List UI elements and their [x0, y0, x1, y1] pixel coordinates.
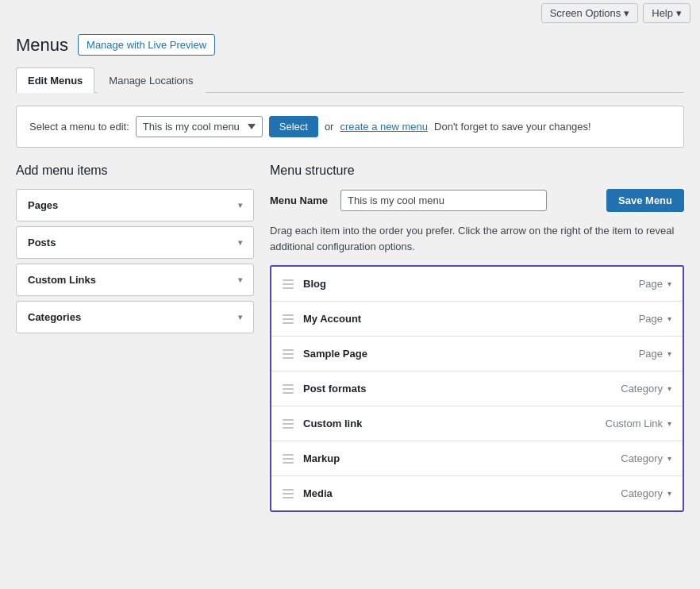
or-text: or: [325, 121, 334, 133]
page-title: Menus: [16, 35, 68, 56]
item-right: Category ▾: [621, 383, 671, 395]
menu-name-row: Menu Name Save Menu: [270, 189, 684, 212]
item-left: Blog: [283, 278, 326, 290]
drag-handle-icon: [283, 349, 294, 359]
menu-structure-title: Menu structure: [270, 164, 684, 178]
accordion-header-custom-links[interactable]: Custom Links ▾: [17, 264, 253, 295]
save-menu-button[interactable]: Save Menu: [606, 189, 684, 212]
tab-manage-locations[interactable]: Manage Locations: [97, 67, 205, 93]
main-content: Add menu items Pages ▾ Posts ▾ Custom Li…: [16, 164, 684, 512]
list-item[interactable]: My Account Page ▾: [271, 302, 683, 337]
menu-name-label: Menu Name: [270, 194, 328, 206]
item-right: Category ▾: [621, 487, 671, 499]
item-type: Category: [621, 383, 663, 395]
item-type: Category: [621, 452, 663, 464]
chevron-down-icon[interactable]: ▾: [667, 384, 671, 393]
menu-list: Blog Page ▾ My Account: [270, 265, 684, 512]
accordion-header-categories[interactable]: Categories ▾: [17, 302, 253, 333]
help-button[interactable]: Help ▾: [643, 3, 690, 23]
item-name: Markup: [303, 452, 340, 464]
item-right: Category ▾: [621, 452, 671, 464]
save-hint: Don't forget to save your changes!: [434, 121, 591, 133]
screen-options-button[interactable]: Screen Options ▾: [541, 3, 639, 23]
tab-edit-menus[interactable]: Edit Menus: [16, 67, 94, 93]
left-column: Add menu items Pages ▾ Posts ▾ Custom Li…: [16, 164, 254, 338]
drag-handle-icon: [283, 314, 294, 324]
drag-handle-icon: [283, 279, 294, 289]
accordion-header-posts[interactable]: Posts ▾: [17, 227, 253, 258]
chevron-down-icon: ▾: [676, 7, 682, 19]
select-button[interactable]: Select: [269, 116, 318, 137]
list-item[interactable]: Media Category ▾: [271, 476, 683, 510]
accordion-header-pages[interactable]: Pages ▾: [17, 190, 253, 221]
accordion-label-pages: Pages: [28, 199, 58, 211]
item-type: Page: [639, 313, 663, 325]
accordion-label-posts: Posts: [28, 237, 56, 248]
chevron-down-icon: ▾: [238, 313, 242, 321]
item-left: Media: [283, 487, 333, 499]
item-right: Page ▾: [639, 278, 671, 290]
item-name: Media: [303, 487, 333, 499]
item-name: My Account: [303, 313, 361, 325]
right-column: Menu structure Menu Name Save Menu Drag …: [270, 164, 684, 512]
add-menu-items-title: Add menu items: [16, 164, 254, 178]
accordion-categories: Categories ▾: [16, 301, 254, 333]
item-type: Page: [639, 348, 663, 360]
list-item[interactable]: Post formats Category ▾: [271, 371, 683, 406]
drag-hint: Drag each item into the order you prefer…: [270, 223, 684, 254]
item-left: Post formats: [283, 383, 366, 395]
accordion-custom-links: Custom Links ▾: [16, 264, 254, 296]
item-right: Custom Link ▾: [606, 418, 671, 429]
menu-select[interactable]: This is my cool menu: [136, 116, 263, 137]
accordion-pages: Pages ▾: [16, 189, 254, 221]
item-type: Custom Link: [606, 418, 663, 429]
item-left: My Account: [283, 313, 361, 325]
drag-handle-icon: [283, 489, 294, 499]
item-right: Page ▾: [639, 348, 671, 360]
item-left: Markup: [283, 452, 340, 464]
live-preview-button[interactable]: Manage with Live Preview: [78, 34, 215, 56]
item-name: Post formats: [303, 383, 366, 395]
drag-handle-icon: [283, 454, 294, 464]
drag-handle-icon: [283, 419, 294, 429]
menu-name-group: Menu Name: [270, 190, 547, 211]
create-new-menu-link[interactable]: create a new menu: [340, 121, 428, 133]
item-name: Custom link: [303, 418, 362, 429]
item-name: Sample Page: [303, 348, 367, 360]
chevron-down-icon: ▾: [238, 201, 242, 210]
list-item[interactable]: Blog Page ▾: [271, 267, 683, 302]
page-wrap: Menus Manage with Live Preview Edit Menu…: [0, 26, 700, 528]
chevron-down-icon: ▾: [238, 275, 242, 284]
list-item[interactable]: Sample Page Page ▾: [271, 337, 683, 371]
menu-name-input[interactable]: [340, 190, 547, 211]
chevron-down-icon[interactable]: ▾: [667, 454, 671, 463]
chevron-down-icon: ▾: [238, 238, 242, 247]
list-item[interactable]: Markup Category ▾: [271, 441, 683, 476]
accordion-label-categories: Categories: [28, 311, 81, 323]
accordion-label-custom-links: Custom Links: [28, 274, 96, 286]
tabs-bar: Edit Menus Manage Locations: [16, 67, 684, 93]
item-left: Custom link: [283, 418, 362, 429]
chevron-down-icon[interactable]: ▾: [667, 419, 671, 428]
item-name: Blog: [303, 278, 326, 290]
select-bar-label: Select a menu to edit:: [29, 121, 129, 133]
help-label: Help: [652, 7, 673, 19]
select-bar: Select a menu to edit: This is my cool m…: [16, 106, 684, 148]
chevron-down-icon[interactable]: ▾: [667, 279, 671, 288]
screen-options-label: Screen Options: [550, 7, 621, 19]
chevron-down-icon: ▾: [624, 7, 629, 19]
chevron-down-icon[interactable]: ▾: [667, 489, 671, 498]
top-bar: Screen Options ▾ Help ▾: [0, 0, 700, 26]
item-right: Page ▾: [639, 313, 671, 325]
chevron-down-icon[interactable]: ▾: [667, 349, 671, 358]
accordion-posts: Posts ▾: [16, 226, 254, 259]
drag-handle-icon: [283, 384, 294, 394]
list-item[interactable]: Custom link Custom Link ▾: [271, 406, 683, 441]
chevron-down-icon[interactable]: ▾: [667, 314, 671, 323]
item-type: Page: [639, 278, 663, 290]
page-header: Menus Manage with Live Preview: [16, 34, 684, 56]
item-type: Category: [621, 487, 663, 499]
item-left: Sample Page: [283, 348, 367, 360]
